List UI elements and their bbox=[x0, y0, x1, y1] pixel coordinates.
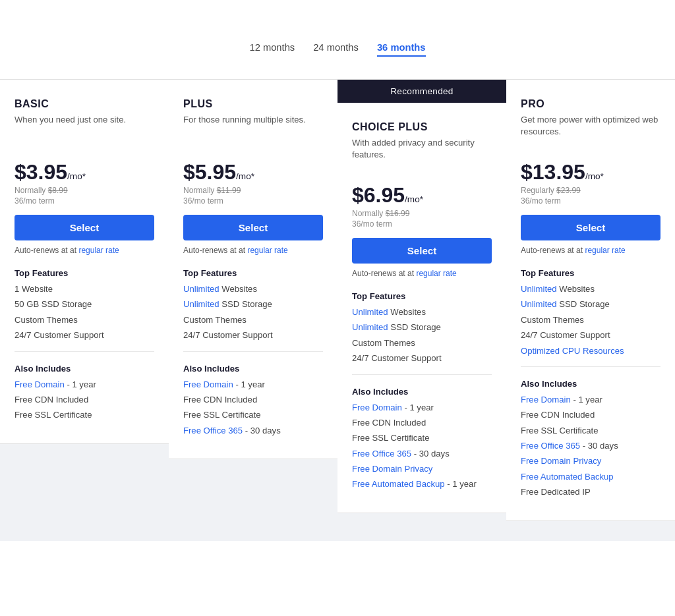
include-link[interactable]: Free Office 365 bbox=[183, 426, 243, 435]
billing-tab-36[interactable]: 36 months bbox=[377, 42, 426, 57]
plan-price-choice-plus: $6.95/mo* bbox=[352, 183, 492, 208]
select-button-pro[interactable]: Select bbox=[521, 215, 660, 240]
plan-normally-pro: Regularly $23.99 bbox=[521, 186, 660, 195]
auto-renews-choice-plus: Auto-renews at at regular rate bbox=[352, 269, 492, 278]
also-includes-label-plus: Also Includes bbox=[183, 364, 323, 374]
select-button-basic[interactable]: Select bbox=[15, 215, 154, 240]
auto-renews-plus: Auto-renews at at regular rate bbox=[183, 246, 323, 255]
plan-normally-choice-plus: Normally $16.99 bbox=[352, 209, 492, 218]
plan-desc-choice-plus: With added privacy and security features… bbox=[352, 137, 492, 171]
top-features-list-plus: Unlimited WebsitesUnlimited SSD StorageC… bbox=[183, 283, 323, 342]
regular-rate-link-choice-plus[interactable]: regular rate bbox=[416, 269, 456, 278]
recommended-badge: Recommended bbox=[338, 80, 506, 103]
include-link[interactable]: Free Domain bbox=[183, 379, 233, 389]
include-item: Free Office 365 - 30 days bbox=[521, 440, 660, 452]
also-includes-list-choice-plus: Free Domain - 1 yearFree CDN IncludedFre… bbox=[352, 402, 492, 491]
plan-wrapper-pro: PROGet more power with optimized web res… bbox=[506, 80, 675, 521]
divider-pro bbox=[521, 366, 660, 367]
plan-normally-plus: Normally $11.99 bbox=[183, 186, 323, 195]
divider-plus bbox=[183, 351, 323, 352]
feature-item: Unlimited Websites bbox=[183, 283, 323, 295]
also-includes-list-plus: Free Domain - 1 yearFree CDN IncludedFre… bbox=[183, 379, 323, 437]
include-item: Free Automated Backup - 1 year bbox=[352, 478, 492, 490]
include-link[interactable]: Free Domain Privacy bbox=[521, 456, 601, 466]
plan-desc-plus: For those running multiple sites. bbox=[183, 114, 323, 148]
feature-item: Unlimited SSD Storage bbox=[521, 298, 660, 310]
regular-rate-link-basic[interactable]: regular rate bbox=[78, 246, 119, 255]
divider-choice-plus bbox=[352, 374, 492, 375]
feature-item: 50 GB SSD Storage bbox=[15, 298, 154, 310]
include-item: Free Office 365 - 30 days bbox=[352, 448, 492, 460]
top-features-list-choice-plus: Unlimited WebsitesUnlimited SSD StorageC… bbox=[352, 306, 492, 365]
include-link[interactable]: Free Automated Backup bbox=[521, 472, 614, 482]
plan-desc-pro: Get more power with optimized web resour… bbox=[521, 114, 660, 148]
also-includes-label-choice-plus: Also Includes bbox=[352, 387, 492, 397]
billing-tab-24[interactable]: 24 months bbox=[313, 42, 359, 57]
feature-link[interactable]: Unlimited bbox=[521, 284, 557, 294]
feature-link[interactable]: Unlimited bbox=[183, 299, 220, 309]
include-item: Free SSL Certificate bbox=[15, 409, 154, 421]
feature-item: 24/7 Customer Support bbox=[183, 329, 323, 341]
plan-term-choice-plus: 36/mo term bbox=[352, 219, 492, 229]
include-link[interactable]: Free Domain bbox=[521, 395, 571, 405]
auto-renews-pro: Auto-renews at at regular rate bbox=[521, 246, 660, 255]
feature-item: 1 Website bbox=[15, 283, 154, 295]
include-item: Free CDN Included bbox=[352, 417, 492, 429]
include-link[interactable]: Free Domain bbox=[15, 379, 65, 389]
also-includes-label-pro: Also Includes bbox=[521, 379, 660, 389]
billing-tab-12[interactable]: 12 months bbox=[249, 42, 295, 57]
plan-name-choice-plus: CHOICE PLUS bbox=[352, 121, 492, 133]
plan-card-plus: PLUSFor those running multiple sites.$5.… bbox=[169, 80, 338, 459]
plan-card-basic: BASICWhen you need just one site.$3.95/m… bbox=[0, 80, 169, 444]
select-button-plus[interactable]: Select bbox=[183, 215, 323, 240]
include-link[interactable]: Free Office 365 bbox=[352, 449, 411, 459]
feature-link[interactable]: Optimized CPU Resources bbox=[521, 346, 624, 356]
feature-item: 24/7 Customer Support bbox=[521, 329, 660, 341]
page-wrapper: 12 months24 months36 months BASICWhen yo… bbox=[0, 0, 675, 616]
feature-item: Unlimited SSD Storage bbox=[352, 322, 492, 333]
include-link[interactable]: Free Automated Backup bbox=[352, 479, 445, 489]
plans-grid: BASICWhen you need just one site.$3.95/m… bbox=[0, 79, 675, 521]
plan-term-basic: 36/mo term bbox=[15, 196, 154, 206]
include-item: Free CDN Included bbox=[521, 409, 660, 421]
feature-link[interactable]: Unlimited bbox=[352, 307, 388, 317]
plan-name-pro: PRO bbox=[521, 98, 660, 110]
include-link[interactable]: Free Domain Privacy bbox=[352, 464, 432, 474]
include-link[interactable]: Free Office 365 bbox=[521, 441, 580, 451]
top-features-list-pro: Unlimited WebsitesUnlimited SSD StorageC… bbox=[521, 283, 660, 357]
also-includes-list-pro: Free Domain - 1 yearFree CDN IncludedFre… bbox=[521, 394, 660, 499]
include-item: Free Domain - 1 year bbox=[15, 379, 154, 391]
include-item: Free Domain - 1 year bbox=[352, 402, 492, 414]
feature-link[interactable]: Unlimited bbox=[521, 299, 557, 309]
regular-rate-link-plus[interactable]: regular rate bbox=[247, 246, 287, 255]
include-item: Free Dedicated IP bbox=[521, 486, 660, 498]
feature-item: Optimized CPU Resources bbox=[521, 345, 660, 357]
include-item: Free SSL Certificate bbox=[183, 409, 323, 421]
include-item: Free CDN Included bbox=[15, 394, 154, 406]
include-item: Free CDN Included bbox=[183, 394, 323, 406]
top-features-label-choice-plus: Top Features bbox=[352, 291, 492, 301]
include-item: Free Domain - 1 year bbox=[183, 379, 323, 391]
regular-rate-link-pro[interactable]: regular rate bbox=[585, 246, 625, 255]
include-item: Free Domain Privacy bbox=[352, 463, 492, 475]
plan-price-plus: $5.95/mo* bbox=[183, 160, 323, 184]
include-item: Free SSL Certificate bbox=[352, 432, 492, 444]
feature-item: 24/7 Customer Support bbox=[352, 352, 492, 364]
plan-name-plus: PLUS bbox=[183, 98, 323, 110]
include-item: Free Domain - 1 year bbox=[521, 394, 660, 406]
page-header: 12 months24 months36 months bbox=[0, 0, 675, 79]
feature-link[interactable]: Unlimited bbox=[183, 284, 220, 294]
top-features-label-pro: Top Features bbox=[521, 268, 660, 278]
also-includes-list-basic: Free Domain - 1 yearFree CDN IncludedFre… bbox=[15, 379, 154, 422]
plan-price-basic: $3.95/mo* bbox=[15, 160, 154, 184]
plans-section: BASICWhen you need just one site.$3.95/m… bbox=[0, 79, 675, 541]
plan-wrapper-plus: PLUSFor those running multiple sites.$5.… bbox=[169, 80, 338, 521]
plan-card-pro: PROGet more power with optimized web res… bbox=[506, 80, 675, 521]
feature-item: Unlimited Websites bbox=[352, 306, 492, 318]
plan-name-basic: BASIC bbox=[15, 98, 154, 110]
top-features-label-plus: Top Features bbox=[183, 268, 323, 278]
feature-link[interactable]: Unlimited bbox=[352, 322, 388, 332]
include-item: Free Office 365 - 30 days bbox=[183, 425, 323, 437]
include-link[interactable]: Free Domain bbox=[352, 403, 402, 412]
select-button-choice-plus[interactable]: Select bbox=[352, 238, 492, 264]
